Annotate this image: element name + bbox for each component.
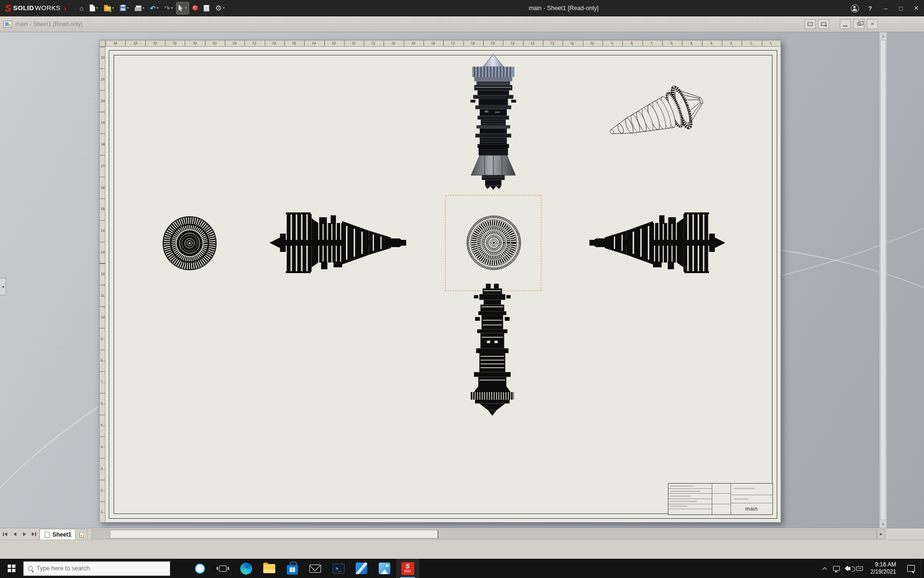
save-button[interactable]: ▾ <box>117 2 131 14</box>
doc-window-button[interactable] <box>805 19 816 29</box>
cortana-button[interactable] <box>188 559 211 578</box>
options-button[interactable]: ⚙▾ <box>213 2 227 14</box>
help-button[interactable]: ? <box>862 0 878 16</box>
scroll-right-button[interactable]: ▶ <box>877 529 886 539</box>
drawing-view-front-selected[interactable] <box>465 214 523 272</box>
next-icon <box>32 532 35 536</box>
terminal-button[interactable]: >_ <box>327 559 350 578</box>
ruler-label: 8 <box>630 41 632 45</box>
title-block-microtext <box>734 488 755 489</box>
edge-button[interactable] <box>234 559 257 578</box>
drawing-view-left-side[interactable] <box>270 211 413 274</box>
rebuild-button[interactable] <box>190 2 200 14</box>
ruler-label: 3 <box>101 466 103 470</box>
scroll-up-icon[interactable]: ▲ <box>880 32 886 39</box>
chevron-up-icon <box>822 567 827 572</box>
show-hidden-icons-button[interactable] <box>819 559 831 578</box>
horizontal-scrollbar-track[interactable] <box>91 529 877 539</box>
dropdown-icon[interactable]: ▾ <box>185 6 187 10</box>
first-sheet-button[interactable] <box>1 530 9 539</box>
volume-tray-button[interactable] <box>842 559 854 578</box>
brand-chevron-icon[interactable]: › <box>64 4 66 12</box>
vertical-scrollbar-thumb[interactable] <box>880 40 886 520</box>
app-titlebar: S SOLID WORKS › ⌂ ▾ ▾ ▾ ▾ ↶▾ ↷▾ ▾ ⚙▾ mai… <box>0 0 924 16</box>
print-button[interactable]: ▾ <box>132 2 147 14</box>
maximize-button[interactable]: □ <box>893 0 909 16</box>
dropdown-icon[interactable]: ▾ <box>171 6 173 10</box>
new-document-button[interactable]: ▾ <box>87 2 101 14</box>
ruler-label: 13 <box>101 250 104 254</box>
title-block-revision-table <box>668 484 712 514</box>
doc-minimize-button[interactable] <box>840 19 851 29</box>
next-sheet-button[interactable] <box>20 530 28 539</box>
select-tool-button[interactable]: ▾ <box>176 2 189 14</box>
scroll-down-icon[interactable]: ▼ <box>880 521 886 528</box>
drawing-view-isometric[interactable] <box>594 75 715 159</box>
horizontal-scrollbar-thumb[interactable] <box>110 530 438 539</box>
ruler-label: 1 <box>101 509 103 513</box>
task-view-button[interactable] <box>211 559 234 578</box>
dropdown-icon[interactable]: ▾ <box>142 6 144 10</box>
keyboard-tray-button[interactable] <box>854 559 865 578</box>
file-properties-button[interactable] <box>201 2 212 14</box>
drawing-document-icon <box>3 21 12 27</box>
search-input[interactable] <box>37 565 166 572</box>
file-explorer-button[interactable] <box>257 559 281 578</box>
photos-app-button[interactable] <box>373 559 396 578</box>
doc-window-button[interactable] <box>818 19 829 29</box>
drawing-view-bottom[interactable] <box>465 284 519 426</box>
account-button[interactable] <box>847 0 862 16</box>
last-sheet-button[interactable] <box>30 530 38 539</box>
ruler-label: 33 <box>133 41 137 45</box>
microsoft-store-button[interactable] <box>281 559 304 578</box>
graphics-viewport[interactable]: ◂ 34333231302928272625242322212019181716… <box>0 32 924 528</box>
keyboard-icon <box>856 566 863 571</box>
doc-close-button[interactable]: × <box>867 19 878 29</box>
ruler-label: 23 <box>332 41 335 45</box>
dropdown-icon[interactable]: ▾ <box>223 6 225 10</box>
show-desktop-button[interactable] <box>921 559 924 578</box>
terminal-icon: >_ <box>333 564 345 574</box>
doc-restore-button[interactable] <box>853 19 864 29</box>
tab-sheet1[interactable]: Sheet1 <box>39 529 77 540</box>
drawing-view-left-front[interactable] <box>161 214 218 272</box>
undo-button[interactable]: ↶▾ <box>148 2 161 14</box>
open-button[interactable]: ▾ <box>102 2 116 14</box>
drawing-sheet: 3433323130292827262524232221201918171615… <box>99 40 781 523</box>
minimize-button[interactable]: – <box>878 0 893 16</box>
add-sheet-tab[interactable] <box>75 529 88 540</box>
ruler-label: 20 <box>391 41 395 45</box>
dropdown-icon[interactable]: ▾ <box>157 6 159 10</box>
start-button[interactable] <box>0 559 23 578</box>
ruler-label: 9 <box>611 41 613 45</box>
code-app-button[interactable] <box>350 559 373 578</box>
code-app-icon <box>356 563 367 574</box>
ruler-label: 6 <box>101 401 103 406</box>
feature-panel-collapse-tab[interactable]: ◂ <box>0 278 6 295</box>
sheet-paper[interactable]: main <box>105 47 781 522</box>
title-block[interactable]: main <box>668 483 773 515</box>
taskbar-clock[interactable]: 9:16 AM 2/19/2021 <box>865 561 901 576</box>
drawing-view-right-side[interactable] <box>583 211 725 274</box>
ruler-label: 16 <box>471 41 475 45</box>
redo-button[interactable]: ↷▾ <box>162 2 176 14</box>
ruler-label: 22 <box>352 41 356 45</box>
drawing-view-top[interactable] <box>463 53 523 195</box>
ruler-label: 7 <box>101 380 103 384</box>
ruler-label: 3 <box>730 41 732 45</box>
mail-button[interactable] <box>304 559 327 578</box>
action-center-button[interactable] <box>901 559 921 578</box>
vertical-scrollbar[interactable]: ▲ ▼ <box>879 32 887 528</box>
network-tray-button[interactable] <box>831 559 842 578</box>
dropdown-icon[interactable]: ▾ <box>127 6 129 10</box>
dropdown-icon[interactable]: ▾ <box>96 6 98 10</box>
taskbar-search[interactable] <box>23 561 170 576</box>
rebuild-icon <box>192 5 198 11</box>
quick-access-toolbar: ⌂ ▾ ▾ ▾ ▾ ↶▾ ↷▾ ▾ ⚙▾ <box>77 0 228 16</box>
previous-sheet-button[interactable] <box>11 530 19 539</box>
close-button[interactable]: × <box>909 0 924 16</box>
solidworks-taskbar-button[interactable]: S 2021 <box>396 559 419 578</box>
home-button[interactable]: ⌂ <box>77 2 86 14</box>
dropdown-icon[interactable]: ▾ <box>112 6 114 10</box>
ruler-label: 18 <box>431 41 435 45</box>
